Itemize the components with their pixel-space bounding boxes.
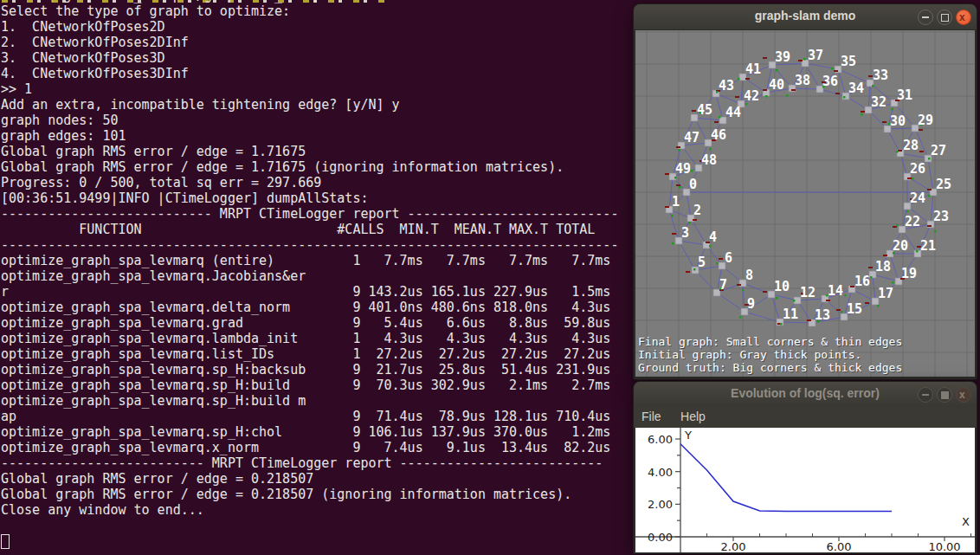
graph-node-label: 36	[822, 74, 838, 89]
x-tick-label: 10.00	[928, 540, 960, 552]
menu-help[interactable]: Help	[673, 407, 713, 426]
error-curve	[680, 444, 892, 512]
final-graph-marker-green	[861, 113, 863, 116]
graph-node-label: 22	[905, 214, 920, 229]
final-graph-marker-green	[844, 294, 847, 297]
graph-node-label: 4	[709, 229, 717, 245]
final-graph-marker-green	[831, 68, 834, 70]
minimize-button[interactable]	[918, 387, 933, 403]
final-graph-marker-green	[776, 69, 778, 72]
graph-node-label: 43	[719, 78, 734, 94]
final-graph-marker-red	[798, 60, 803, 61]
graph-node-label: 10	[774, 279, 790, 294]
graph-legend-text: Final graph: Small corners & thin edges …	[638, 335, 902, 374]
final-graph-marker-red	[898, 150, 902, 152]
final-graph-marker-red	[763, 291, 767, 293]
graph-node-label: 26	[910, 161, 925, 177]
final-graph-marker-green	[793, 300, 796, 302]
final-graph-marker-green	[896, 151, 899, 153]
final-graph-marker-red	[868, 267, 873, 268]
final-graph-marker-red	[672, 233, 676, 235]
final-graph-marker-red	[807, 319, 811, 321]
graph-window-titlebar[interactable]: graph-slam demo x	[634, 4, 977, 30]
maximize-button[interactable]	[937, 387, 952, 403]
final-graph-marker-green	[906, 210, 909, 213]
minimize-button[interactable]	[918, 10, 933, 25]
graph-edge	[792, 88, 820, 89]
maximize-icon	[938, 10, 951, 24]
final-graph-marker-red	[907, 177, 912, 179]
graph-node-label: 6	[725, 250, 732, 266]
graph-node-label: 9	[747, 296, 755, 312]
graph-node-label: 39	[775, 49, 790, 65]
x-tick-label: 2.00	[721, 540, 746, 552]
graph-node-label: 3	[681, 225, 689, 241]
graph-node-label: 16	[854, 274, 870, 289]
graph-edge	[717, 293, 745, 312]
menu-file[interactable]: File	[634, 407, 669, 426]
graph-node-label: 33	[873, 68, 888, 83]
graph-node-label: 41	[745, 61, 761, 77]
final-graph-marker-red	[826, 300, 830, 301]
terminal-window[interactable]: 00:36 $ graphslam_example/graphslam_exam…	[0, 0, 633, 555]
final-graph-marker-red	[791, 89, 796, 91]
final-graph-marker-red	[693, 219, 697, 221]
final-graph-marker-green	[870, 276, 873, 279]
final-graph-marker-green	[719, 116, 721, 119]
graph-edge	[890, 254, 899, 281]
final-graph-marker-red	[927, 225, 932, 227]
graph-node-label: 8	[745, 268, 753, 283]
final-graph-marker-green	[688, 222, 691, 224]
graph-node-label: 48	[701, 152, 717, 168]
close-button[interactable]: x	[956, 10, 971, 25]
graph-node-label: 21	[920, 238, 936, 254]
minimize-icon	[919, 10, 932, 24]
final-graph-marker-red	[865, 302, 869, 304]
graph-node-label: 47	[684, 130, 700, 145]
graph-node-label: 31	[897, 87, 912, 103]
graph-slam-demo-window: graph-slam demo x 0123456789101112131415…	[633, 3, 977, 380]
final-graph-marker-red	[676, 146, 680, 148]
final-graph-marker-red	[763, 57, 767, 59]
final-graph-marker-green	[872, 85, 874, 87]
y-tick-label: 4.00	[648, 466, 673, 479]
graph-node-label: 24	[910, 190, 925, 206]
plot-window-titlebar[interactable]: Evolution of log(sq. error) x	[634, 382, 977, 408]
graph-node-label: 15	[847, 301, 862, 317]
final-graph-marker-red	[692, 110, 696, 112]
graph-3d-viewport[interactable]: 0123456789101112131415161718192021222324…	[635, 30, 975, 377]
graph-node-label: 40	[769, 77, 784, 93]
final-graph-marker-green	[896, 224, 899, 227]
graph-node-label: 35	[841, 54, 856, 69]
graph-node-label: 34	[848, 81, 864, 96]
final-graph-marker-red	[763, 89, 767, 91]
final-graph-marker-red	[834, 70, 838, 72]
x-tick-label: 6.00	[827, 540, 852, 552]
graph-node-label: 11	[783, 307, 798, 322]
graph-node-label: 2	[693, 203, 701, 218]
graph-edge	[820, 89, 846, 96]
graph-edge	[873, 274, 899, 281]
maximize-button[interactable]	[937, 10, 952, 25]
graph-node-label: 20	[893, 238, 908, 254]
graph-node-label: 28	[903, 138, 919, 153]
graph-node-label: 25	[936, 177, 951, 192]
final-graph-marker-green	[739, 316, 742, 319]
final-graph-marker-red	[835, 93, 840, 94]
graph-node-label: 46	[711, 127, 726, 143]
final-graph-marker-red	[737, 284, 741, 286]
graph-node-label: 23	[933, 209, 949, 224]
final-graph-marker-red	[665, 173, 669, 175]
graph-edge	[691, 218, 706, 245]
maximize-icon	[938, 388, 951, 402]
graph-node-label: 44	[725, 105, 741, 120]
graph-edge	[928, 158, 933, 192]
graph-node-label: 29	[918, 113, 933, 128]
terminal-cursor	[1, 534, 10, 549]
x-axis-title: X	[962, 515, 970, 528]
graph-edge	[900, 153, 928, 158]
error-plot-viewport[interactable]: 0.002.004.006.002.006.0010.00YX	[635, 428, 975, 552]
close-button[interactable]: x	[956, 387, 971, 403]
minimize-icon	[919, 388, 932, 402]
graph-node-label: 42	[744, 88, 759, 104]
